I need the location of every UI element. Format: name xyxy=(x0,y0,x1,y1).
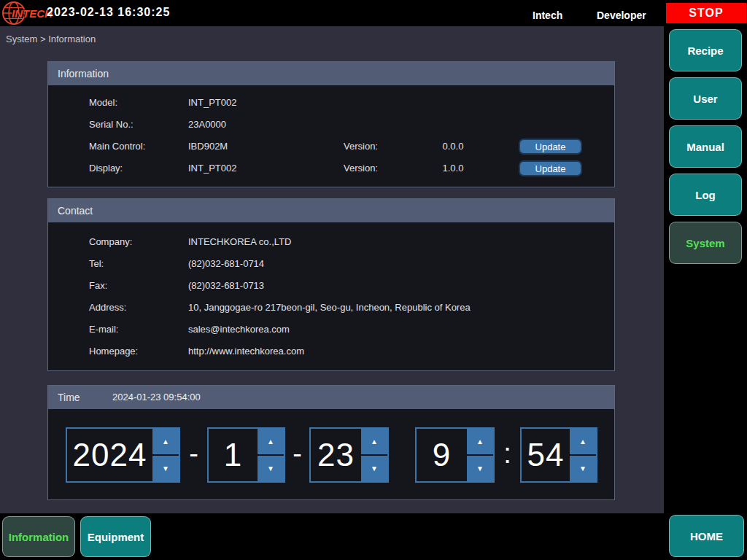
main-control-update-button[interactable]: Update xyxy=(519,139,582,155)
minute-up-button[interactable]: ▲ xyxy=(570,429,596,456)
date-separator: - xyxy=(180,427,207,483)
date-separator: - xyxy=(285,427,309,483)
down-arrow-icon: ▼ xyxy=(371,464,378,472)
minute-spinner: 54 ▲ ▼ xyxy=(520,427,597,483)
information-panel: Information Model: INT_PT002 Serial No.:… xyxy=(47,61,615,187)
contact-panel-header: Contact xyxy=(48,199,614,222)
down-arrow-icon: ▼ xyxy=(579,464,587,472)
month-spinner-buttons: ▲ ▼ xyxy=(258,429,284,481)
up-arrow-icon: ▲ xyxy=(162,438,169,446)
year-up-button[interactable]: ▲ xyxy=(152,429,179,456)
system-datetime: 2023-02-13 16:30:25 xyxy=(47,6,170,19)
top-bar: INTECH 2023-02-13 16:30:25 Intech Develo… xyxy=(0,0,747,26)
company-value: INTECHKOREA co.,LTD xyxy=(188,235,291,249)
year-value[interactable]: 2024 xyxy=(67,429,152,481)
home-button[interactable]: HOME xyxy=(669,515,744,557)
current-time-value: 2024-01-23 09:54:00 xyxy=(112,386,201,409)
company-label: Company: xyxy=(89,235,132,249)
main-content: System > Information Information Model: … xyxy=(0,26,664,513)
year-down-button[interactable]: ▼ xyxy=(152,456,179,481)
main-control-version-label: Version: xyxy=(344,139,378,154)
information-panel-header: Information xyxy=(48,62,614,85)
up-arrow-icon: ▲ xyxy=(476,438,484,446)
tab-equipment[interactable]: Equipment xyxy=(80,516,151,557)
day-spinner: 23 ▲ ▼ xyxy=(309,427,389,483)
day-down-button[interactable]: ▼ xyxy=(361,456,387,481)
model-label: Model: xyxy=(89,96,117,110)
sidebar-item-recipe[interactable]: Recipe xyxy=(669,29,742,71)
stop-button[interactable]: STOP xyxy=(666,3,746,23)
user-role-label: Developer xyxy=(597,9,646,21)
down-arrow-icon: ▼ xyxy=(267,464,274,472)
down-arrow-icon: ▼ xyxy=(476,464,484,472)
tab-information[interactable]: Information xyxy=(2,516,75,557)
serial-label: Serial No.: xyxy=(89,117,133,132)
month-spinner: 1 ▲ ▼ xyxy=(207,427,285,483)
time-panel: Time 2024-01-23 09:54:00 2024 ▲ ▼ - 1 ▲ … xyxy=(47,385,615,500)
sidebar-item-system[interactable]: System xyxy=(669,222,742,264)
main-control-version-value: 0.0.0 xyxy=(420,139,486,154)
hour-spinner: 9 ▲ ▼ xyxy=(415,427,495,483)
intech-logo: INTECH xyxy=(1,1,45,26)
sidebar-item-log[interactable]: Log xyxy=(669,174,742,216)
hour-spinner-buttons: ▲ ▼ xyxy=(467,429,493,481)
up-arrow-icon: ▲ xyxy=(371,438,378,446)
address-value: 10, Janggogae-ro 217beon-gil, Seo-gu, In… xyxy=(188,300,471,315)
email-label: E-mail: xyxy=(89,322,118,337)
tel-label: Tel: xyxy=(89,257,104,271)
hour-down-button[interactable]: ▼ xyxy=(467,456,493,481)
time-separator: : xyxy=(495,427,520,483)
serial-value: 23A0000 xyxy=(188,117,226,132)
display-version-value: 1.0.0 xyxy=(420,161,486,176)
month-up-button[interactable]: ▲ xyxy=(258,429,284,456)
year-spinner: 2024 ▲ ▼ xyxy=(66,427,180,483)
day-up-button[interactable]: ▲ xyxy=(361,429,387,456)
model-value: INT_PT002 xyxy=(188,96,236,110)
information-panel-title: Information xyxy=(58,68,109,79)
homepage-value: http://www.intechkorea.com xyxy=(188,344,304,359)
down-arrow-icon: ▼ xyxy=(162,464,169,472)
email-value: sales@intechkorea.com xyxy=(188,322,290,337)
display-label: Display: xyxy=(89,161,123,176)
time-panel-title: Time xyxy=(58,392,80,403)
up-arrow-icon: ▲ xyxy=(267,438,274,446)
month-down-button[interactable]: ▼ xyxy=(258,456,284,481)
sidebar-item-manual[interactable]: Manual xyxy=(669,125,742,168)
minute-down-button[interactable]: ▼ xyxy=(570,456,596,481)
display-value: INT_PT002 xyxy=(188,161,236,176)
breadcrumb: System > Information xyxy=(6,34,96,44)
homepage-label: Homepage: xyxy=(89,344,138,359)
day-spinner-buttons: ▲ ▼ xyxy=(361,429,387,481)
display-update-button[interactable]: Update xyxy=(519,160,582,176)
fax-label: Fax: xyxy=(89,279,107,293)
fax-value: (82)032-681-0713 xyxy=(188,279,264,293)
month-value[interactable]: 1 xyxy=(209,429,258,481)
minute-spinner-buttons: ▲ ▼ xyxy=(570,429,596,481)
contact-panel-title: Contact xyxy=(58,205,93,217)
address-label: Address: xyxy=(89,300,126,315)
user-name-label: Intech xyxy=(533,9,562,21)
hour-up-button[interactable]: ▲ xyxy=(467,429,493,456)
main-control-label: Main Control: xyxy=(89,139,145,154)
sidebar-item-user[interactable]: User xyxy=(669,77,742,120)
display-version-label: Version: xyxy=(344,161,378,176)
day-value[interactable]: 23 xyxy=(311,429,361,481)
time-panel-header: Time 2024-01-23 09:54:00 xyxy=(48,386,614,409)
year-spinner-buttons: ▲ ▼ xyxy=(152,429,179,481)
tel-value: (82)032-681-0714 xyxy=(188,257,264,271)
hour-value[interactable]: 9 xyxy=(417,429,467,481)
minute-value[interactable]: 54 xyxy=(522,429,570,481)
main-control-value: IBD902M xyxy=(188,139,228,154)
up-arrow-icon: ▲ xyxy=(579,438,587,446)
contact-panel: Contact Company: INTECHKOREA co.,LTD Tel… xyxy=(47,198,615,371)
